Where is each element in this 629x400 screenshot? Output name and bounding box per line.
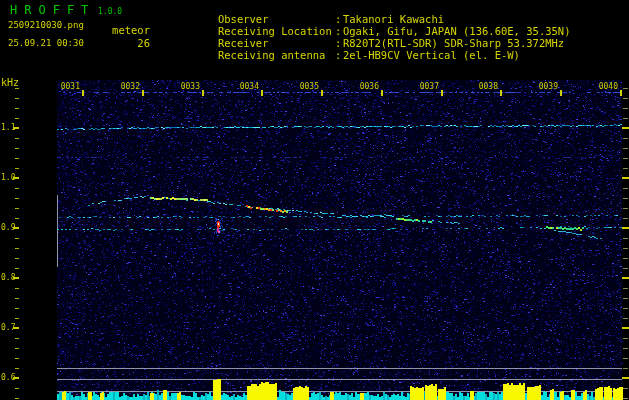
info-label: Receiving Location (218, 25, 335, 37)
info-separator: : (335, 25, 343, 37)
file-name: 2509210030.png (8, 20, 84, 30)
y-tick-label: 0.8 (1, 273, 15, 283)
x-tick-label: 0036 (349, 82, 379, 92)
info-value: 2el-HB9CV Vertical (el. E-W) (343, 49, 520, 61)
x-tick-label: 0038 (468, 82, 498, 92)
info-label: Receiving antenna (218, 49, 335, 61)
station-info-block: Observer:Takanori Kawachi Receiving Loca… (180, 1, 571, 49)
x-tick-label: 0031 (50, 82, 80, 92)
info-separator: : (335, 37, 343, 49)
x-tick-label: 0040 (588, 82, 618, 92)
x-tick-label: 0035 (289, 82, 319, 92)
x-tick-label: 0039 (528, 82, 558, 92)
x-tick-label: 0032 (110, 82, 140, 92)
info-separator: : (335, 13, 343, 25)
info-label: Receiver (218, 37, 335, 49)
timestamp: 25.09.21 00:30 (8, 38, 84, 48)
info-row-observer: Observer:Takanori Kawachi (180, 1, 571, 13)
info-separator: : (335, 49, 343, 61)
info-value: Ogaki, Gifu, JAPAN (136.60E, 35.35N) (343, 25, 571, 37)
info-label: Observer (218, 13, 335, 25)
y-tick-label: 0.9 (1, 223, 15, 233)
info-value: R820T2(RTL-SDR) SDR-Sharp 53.372MHz (343, 37, 564, 49)
echo-count: 26 (112, 37, 150, 49)
y-tick-label: 0.6 (1, 373, 15, 383)
mode-label: meteor (112, 24, 150, 36)
y-tick-label: 0.7 (1, 323, 15, 333)
app-version: 1.0.0 (98, 7, 122, 16)
hrofft-screen: HROFFT 1.0.0 2509210030.png meteor 25.09… (0, 0, 629, 400)
y-tick-label: 1.1 (1, 123, 15, 133)
y-axis-unit-label: kHz (1, 77, 19, 88)
x-tick-label: 0037 (409, 82, 439, 92)
info-value: Takanori Kawachi (343, 13, 444, 25)
x-tick-label: 0033 (170, 82, 200, 92)
x-tick-label: 0034 (229, 82, 259, 92)
app-title: HROFFT (10, 3, 95, 17)
y-tick-label: 1.0 (1, 173, 15, 183)
